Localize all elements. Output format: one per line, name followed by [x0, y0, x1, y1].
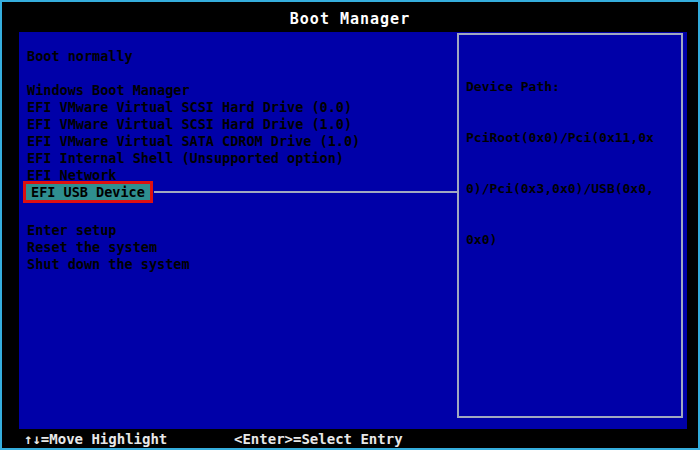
device-path-panel: Device Path: PciRoot(0x0)/Pci(0x11,0x 0)… — [457, 33, 683, 418]
boot-manager-screen: Boot Manager Boot normally Windows Boot … — [0, 0, 700, 450]
menu-item-internal-shell[interactable]: EFI Internal Shell (Unsupported option) — [27, 150, 344, 167]
device-path-line-1: PciRoot(0x0)/Pci(0x11,0x — [466, 129, 681, 146]
menu-item-scsi-hard-drive-1[interactable]: EFI VMware Virtual SCSI Hard Drive (1.0) — [27, 116, 352, 133]
menu-item-shutdown-system[interactable]: Shut down the system — [27, 256, 190, 273]
selection-connector-line — [154, 191, 457, 193]
menu-item-boot-normally[interactable]: Boot normally — [27, 48, 133, 65]
menu-item-efi-usb-device[interactable]: EFI USB Device — [26, 184, 150, 200]
page-title: Boot Manager — [2, 10, 698, 28]
select-entry-hint: <Enter>=Select Entry — [234, 430, 403, 448]
device-path-title: Device Path: — [466, 78, 681, 95]
menu-item-reset-system[interactable]: Reset the system — [27, 239, 157, 256]
selection-annotation-box: EFI USB Device — [23, 181, 153, 203]
device-path-line-2: 0)/Pci(0x3,0x0)/USB(0x0, — [466, 180, 681, 197]
menu-item-enter-setup[interactable]: Enter setup — [27, 222, 116, 239]
menu-item-sata-cdrom-drive[interactable]: EFI VMware Virtual SATA CDROM Drive (1.0… — [27, 133, 360, 150]
menu-item-scsi-hard-drive-0[interactable]: EFI VMware Virtual SCSI Hard Drive (0.0) — [27, 99, 352, 116]
move-highlight-hint: ↑↓=Move Highlight — [24, 430, 167, 448]
menu-item-windows-boot-manager[interactable]: Windows Boot Manager — [27, 82, 190, 99]
device-path-line-3: 0x0) — [466, 231, 681, 248]
